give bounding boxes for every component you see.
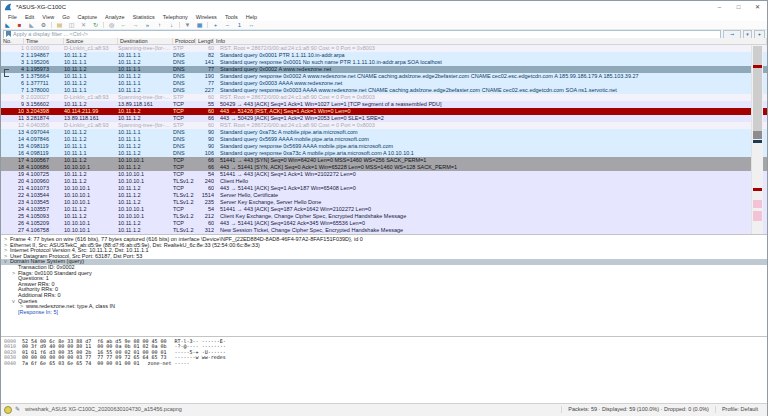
packet-row-9[interactable]: 93.15660210.11.1.213.89.118.161TCP555042… xyxy=(1,101,767,108)
packet-time-cell: 4.097044 xyxy=(24,129,64,136)
packet-row-23[interactable]: 234.10354510.10.10.110.11.1.2TLSv1.2235S… xyxy=(1,199,767,206)
packet-no-cell: 17 xyxy=(11,157,24,164)
column-header-time[interactable]: Time xyxy=(24,38,64,44)
packet-no-cell: 23 xyxy=(11,199,24,206)
packet-row-24[interactable]: 244.10355710.11.1.210.10.10.1TCP5451441 … xyxy=(1,206,767,213)
menu-item-go[interactable]: Go xyxy=(58,13,73,21)
column-header-protocol[interactable]: Protocol xyxy=(173,38,196,44)
column-header-info[interactable]: Info xyxy=(214,38,767,44)
packet-row-27[interactable]: 274.10675810.10.10.110.11.1.2TLSv1.2312N… xyxy=(1,227,767,234)
open-file-icon[interactable]: ▤ xyxy=(55,21,64,29)
packet-info-cell: 51441 → 443 [ACK] Seq=187 Ack=1642 Win=2… xyxy=(218,206,767,213)
menu-item-file[interactable]: File xyxy=(4,13,21,21)
packet-src-cell: 10.11.1.1 xyxy=(64,143,118,150)
packet-row-2[interactable]: 21.19486710.11.1.210.11.1.1DNS82Standard… xyxy=(1,52,767,59)
packet-len-cell: 60 xyxy=(196,185,214,192)
packet-time-cell: 1.195973 xyxy=(24,66,64,73)
packet-row-6[interactable]: 61.37771110.11.1.210.11.1.1DNS77Standard… xyxy=(1,80,767,87)
packet-no-cell: 3 xyxy=(11,59,24,66)
close-file-icon[interactable]: ✕ xyxy=(79,21,88,29)
find-packet-icon[interactable]: ◎ xyxy=(107,21,116,29)
scrollbar-thumb[interactable] xyxy=(753,46,762,131)
expert-info-button[interactable] xyxy=(4,406,12,414)
packet-no-cell: 24 xyxy=(11,206,24,213)
start-capture-icon[interactable]: ◣ xyxy=(3,21,12,29)
hex-line[interactable]: 00407a 6f 6e 65 03 6e 65 74 00 00 01 00 … xyxy=(1,361,767,366)
resize-columns-icon[interactable]: ↔ xyxy=(247,21,256,29)
menu-item-capture[interactable]: Capture xyxy=(74,13,102,21)
go-first-icon[interactable]: ↑ xyxy=(155,21,164,29)
capture-options-icon[interactable]: ⚙ xyxy=(39,21,48,29)
auto-scroll-icon[interactable]: ▼ xyxy=(183,21,192,29)
menu-item-help[interactable]: Help xyxy=(242,13,261,21)
packet-row-20[interactable]: 204.10096010.11.1.210.10.10.1TLSv1.2240C… xyxy=(1,178,767,185)
packet-row-4[interactable]: 41.19597310.11.1.210.11.1.1DNS77Standard… xyxy=(1,66,767,73)
packet-row-5[interactable]: 51.37566410.11.1.110.11.1.2DNS190Standar… xyxy=(1,73,767,80)
packet-len-cell: 227 xyxy=(196,87,214,94)
packet-dst-cell: 13.89.118.161 xyxy=(118,101,173,108)
packet-row-3[interactable]: 31.19520610.11.1.110.11.1.2DNS141Standar… xyxy=(1,59,767,66)
menu-item-wireless[interactable]: Wireless xyxy=(192,13,221,21)
packet-row-18[interactable]: 184.10068610.10.10.110.11.1.2TCP66443 → … xyxy=(1,164,767,171)
packet-proto-cell: TLSv1.2 xyxy=(173,227,196,234)
filter-bookmark-icon[interactable] xyxy=(6,31,11,37)
packet-proto-cell: DNS xyxy=(173,129,196,136)
packet-row-1[interactable]: 10.000000D-LinkIn_c1:a8:93Spanning-tree-… xyxy=(1,45,767,52)
column-header-destination[interactable]: Destination xyxy=(118,38,173,44)
stop-capture-icon[interactable]: ■ xyxy=(15,21,24,29)
zoom-out-icon[interactable]: − xyxy=(223,21,232,29)
packet-row-8[interactable]: 82.020027D-LinkIn_c1:a8:93Spanning-tree-… xyxy=(1,94,767,101)
go-forward-icon[interactable]: → xyxy=(131,21,140,29)
packet-row-19[interactable]: 194.10072510.11.1.210.10.10.1TCP5451441 … xyxy=(1,171,767,178)
toolbar-separator xyxy=(207,22,208,28)
restart-capture-icon[interactable]: ◣ xyxy=(27,21,36,29)
profile-selector[interactable]: Profile: Default xyxy=(715,406,764,413)
maximize-button[interactable]: □ xyxy=(729,1,748,13)
packet-row-16[interactable]: 164.09811910.11.1.110.11.1.2DNS106Standa… xyxy=(1,150,767,157)
packet-proto-cell: DNS xyxy=(173,143,196,150)
packet-row-12[interactable]: 124.040356D-LinkIn_c1:a8:93Spanning-tree… xyxy=(1,122,767,129)
packet-row-25[interactable]: 254.10509310.11.1.210.10.10.1TLSv1.2212C… xyxy=(1,213,767,220)
packet-row-14[interactable]: 144.09784610.11.1.210.11.1.1DNS90Standar… xyxy=(1,136,767,143)
packet-row-17[interactable]: 174.10056710.11.1.210.10.10.1TCP6651441 … xyxy=(1,157,767,164)
column-header-source[interactable]: Source xyxy=(64,38,118,44)
column-header-no[interactable]: No. xyxy=(1,38,24,44)
display-filter-input[interactable] xyxy=(13,31,720,37)
go-last-icon[interactable]: ↓ xyxy=(167,21,176,29)
column-header-length[interactable]: Length xyxy=(196,38,214,44)
save-file-icon[interactable]: ◫ xyxy=(67,21,76,29)
detail-line[interactable]: [Response In: 5] xyxy=(1,310,767,316)
toolbar-separator xyxy=(51,22,52,28)
reload-icon[interactable]: ↻ xyxy=(91,21,100,29)
packet-row-21[interactable]: 214.10107310.10.10.110.11.1.2TCP60443 → … xyxy=(1,185,767,192)
menu-item-telephony[interactable]: Telephony xyxy=(159,13,192,21)
capture-comment-icon[interactable]: ✎ xyxy=(15,406,20,413)
go-back-icon[interactable]: ← xyxy=(119,21,128,29)
packet-row-26[interactable]: 264.10520910.10.10.110.11.1.2TCP60443 → … xyxy=(1,220,767,227)
menu-item-tools[interactable]: Tools xyxy=(221,13,242,21)
zoom-100-icon[interactable]: 1 xyxy=(235,21,244,29)
colorize-icon[interactable]: ▦ xyxy=(195,21,204,29)
zoom-in-icon[interactable]: + xyxy=(211,21,220,29)
packet-row-10[interactable]: 103.20439840.114.211.9910.11.1.2TCP60443… xyxy=(1,108,767,115)
packet-info-cell: Standard query response 0x0001 No such n… xyxy=(218,59,767,66)
packet-no-cell: 27 xyxy=(11,227,24,234)
related-packet-gutter xyxy=(1,73,11,80)
packet-row-7[interactable]: 71.37800010.11.1.110.11.1.2DNS227Standar… xyxy=(1,87,767,94)
detail-text: Domain Name System (query) xyxy=(10,259,84,264)
packet-src-cell: 10.10.10.1 xyxy=(64,227,118,234)
packet-row-22[interactable]: 224.10354410.10.10.110.11.1.2TLSv1.21514… xyxy=(1,192,767,199)
packet-no-cell: 9 xyxy=(11,101,24,108)
menu-item-statistics[interactable]: Statistics xyxy=(129,13,159,21)
minimize-button[interactable]: – xyxy=(710,1,729,13)
close-button[interactable]: ✕ xyxy=(748,1,767,13)
packet-list-scrollbar[interactable] xyxy=(751,45,763,234)
menu-item-edit[interactable]: Edit xyxy=(21,13,38,21)
packet-time-cell: 4.100960 xyxy=(24,178,64,185)
packet-row-13[interactable]: 134.09704410.11.1.210.11.1.1DNS90Standar… xyxy=(1,129,767,136)
menu-item-view[interactable]: View xyxy=(38,13,58,21)
packet-row-11[interactable]: 113.28187413.89.118.16110.11.1.2TCP66443… xyxy=(1,115,767,122)
go-to-packet-icon[interactable]: » xyxy=(143,21,152,29)
packet-row-15[interactable]: 154.09811910.11.1.110.11.1.2DNS90Standar… xyxy=(1,143,767,150)
menu-item-analyze[interactable]: Analyze xyxy=(101,13,129,21)
